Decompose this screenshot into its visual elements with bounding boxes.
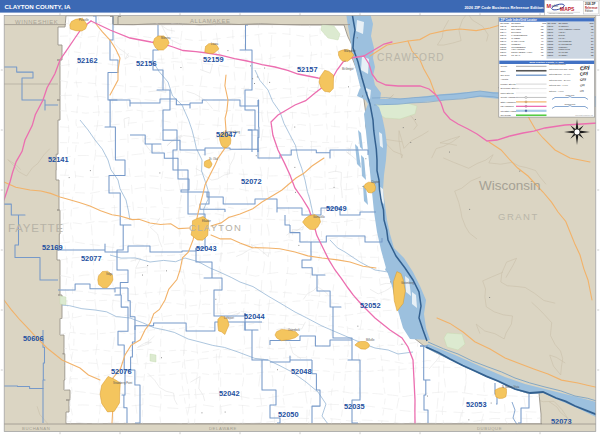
svg-text:CLAYTON COUNTY, IA: CLAYTON COUNTY, IA [5,3,72,10]
svg-text:5G: 5G [541,46,544,48]
svg-text:52048: 52048 [291,367,312,376]
svg-text:52073: 52073 [548,25,555,27]
svg-text:2026 ZIP: 2026 ZIP [585,2,596,6]
svg-text:Cities and Towns: Cities and Towns [549,63,566,65]
svg-text:Airports: Airports [501,78,509,80]
svg-text:52042: 52042 [500,25,507,27]
svg-text:FAYETTE: FAYETTE [8,222,64,234]
svg-text:Toll Roads: Toll Roads [501,114,512,116]
svg-text:GUTTENBERG: GUTTENBERG [511,46,526,48]
svg-text:Marquette: Marquette [344,49,356,53]
svg-text:52160: 52160 [548,48,555,50]
svg-text:Millville: Millville [366,338,375,342]
svg-text:ST. OLAF: ST. OLAF [511,54,521,56]
svg-text:DELAWARE: DELAWARE [209,426,237,431]
svg-text:HOLY CROSS: HOLY CROSS [511,48,525,50]
svg-text:Garnavillo: Garnavillo [313,215,325,219]
svg-text:52052: 52052 [500,46,507,48]
svg-text:52047: 52047 [216,130,237,139]
svg-text:52043: 52043 [196,244,217,253]
svg-text:ELKADER: ELKADER [511,28,521,30]
svg-text:MC GREGOR: MC GREGOR [559,40,573,42]
svg-text:52158: 52158 [548,43,555,45]
svg-text:52072: 52072 [500,54,507,56]
svg-text:52157: 52157 [297,65,318,74]
svg-text:America's Leading Map Resource: America's Leading Map Resource [548,12,573,14]
svg-text:52044: 52044 [244,312,265,321]
svg-text:Volga: Volga [106,272,113,276]
svg-text:Luana: Luana [211,42,219,46]
svg-text:NORTH BUENA VISTA: NORTH BUENA VISTA [511,51,533,53]
svg-text:St. Olaf: St. Olaf [209,157,218,161]
svg-text:Large City: Large City [565,94,574,96]
svg-text:GARBER: GARBER [511,37,520,39]
svg-text:52156: 52156 [548,37,555,39]
svg-text:MARQUETTE: MARQUETTE [559,43,573,45]
svg-text:Clayton: Clayton [371,180,380,184]
svg-text:GRANT: GRANT [498,211,539,222]
svg-text:Strawberry Point: Strawberry Point [113,381,132,385]
svg-text:ELKPORT: ELKPORT [511,31,521,33]
svg-text:MONONA: MONONA [559,46,569,48]
svg-text:US Highways: US Highways [501,105,515,107]
svg-text:52072: 52072 [241,177,262,186]
svg-text:EDGEWOOD: EDGEWOOD [511,25,524,27]
svg-text:WINNESHIEK: WINNESHIEK [15,19,58,25]
svg-text:MAPS: MAPS [560,6,575,12]
svg-text:ZIP Code: ZIP Code [501,74,511,76]
svg-text:WAUKON: WAUKON [559,51,569,53]
svg-text:52053: 52053 [466,400,487,409]
svg-text:52047: 52047 [500,34,507,36]
svg-text:52066: 52066 [500,51,507,53]
svg-text:GARNAVILLO: GARNAVILLO [511,40,525,42]
svg-text:N. Buena Vista: N. Buena Vista [502,385,520,389]
svg-text:52052: 52052 [360,301,381,310]
svg-text:State Highways: State Highways [501,101,517,103]
svg-text:52044: 52044 [500,31,507,33]
svg-text:Minor Streets: Minor Streets [501,92,515,94]
svg-text:52076: 52076 [548,28,555,30]
svg-text:52162: 52162 [77,56,98,65]
svg-text:Monona: Monona [161,36,171,40]
svg-text:52076: 52076 [111,367,132,376]
svg-text:52077: 52077 [548,31,555,33]
svg-text:2026 ZIP Code Business Referen: 2026 ZIP Code Business Reference Edition [464,5,544,10]
svg-text:Reference: Reference [585,6,598,10]
svg-text:STRAWBERRY POINT: STRAWBERRY POINT [559,28,581,30]
svg-text:52157: 52157 [548,40,555,42]
svg-text:ZIP Name: ZIP Name [559,22,569,24]
svg-text:52035: 52035 [344,402,365,411]
svg-text:CRAWFORD: CRAWFORD [377,52,445,63]
svg-text:52043: 52043 [500,28,507,30]
svg-text:County: County [501,65,509,67]
svg-text:LUANA: LUANA [559,37,567,39]
svg-text:ZIP Code: ZIP Code [500,22,510,24]
svg-text:52049: 52049 [500,40,507,42]
svg-text:50606: 50606 [23,334,44,343]
svg-text:VOLGA: VOLGA [559,31,567,33]
svg-text:Primary Streets: Primary Streets [501,83,517,85]
svg-text:52053: 52053 [500,48,507,50]
svg-text:52077: 52077 [81,254,102,263]
svg-text:52141: 52141 [548,34,555,36]
svg-text:Osterdock: Osterdock [288,328,301,332]
svg-text:Wisconsin: Wisconsin [479,178,541,193]
svg-text:State: State [501,70,507,72]
svg-text:Littleport: Littleport [224,316,234,320]
svg-text:52159: 52159 [203,55,224,64]
svg-text:52162: 52162 [548,51,555,53]
svg-text:GREELEY: GREELEY [511,43,521,45]
svg-text:8G: 8G [591,25,594,27]
svg-text:52050: 52050 [500,43,507,45]
svg-text:County Highways: County Highways [501,96,519,98]
svg-text:52048: 52048 [500,37,507,39]
svg-text:WADENA: WADENA [559,54,569,56]
svg-text:ZIP Name: ZIP Name [511,22,521,24]
svg-text:52141: 52141 [48,155,69,164]
svg-text:52156: 52156 [136,59,157,68]
svg-text:Guttenberg: Guttenberg [401,281,415,285]
svg-text:ZIP Code: ZIP Code [548,22,558,24]
svg-text:7G: 7G [541,51,544,53]
svg-text:SHERRILL: SHERRILL [559,25,570,27]
svg-text:BUCHANAN: BUCHANAN [22,426,50,431]
